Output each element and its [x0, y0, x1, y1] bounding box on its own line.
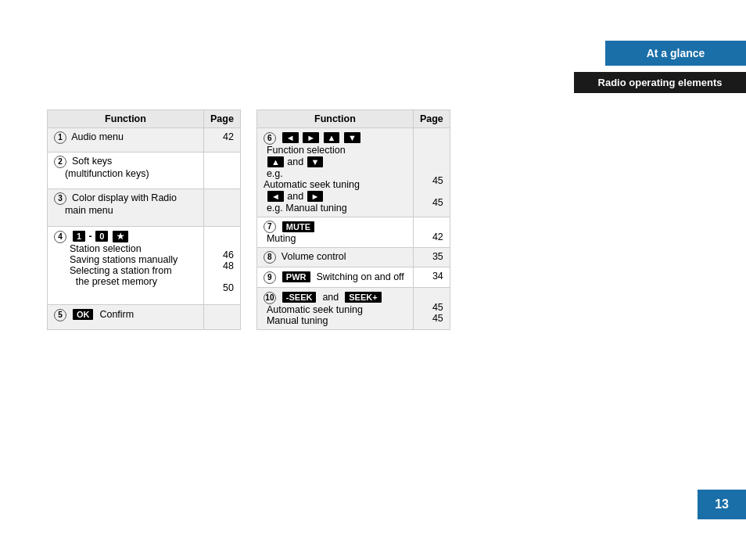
- row3-function: 3 Color display with Radio main menu: [48, 189, 204, 227]
- row9-num: 9: [264, 271, 276, 284]
- badge-down2: ▼: [307, 156, 324, 167]
- left-function-header: Function: [48, 110, 204, 128]
- row7-num: 7: [264, 221, 276, 233]
- row1-function: 1 Audio menu: [48, 128, 204, 153]
- badge-right2: ►: [307, 191, 324, 202]
- row5-function: 5 OK Confirm: [48, 305, 204, 329]
- row5-num: 5: [54, 309, 66, 321]
- row3-num: 3: [54, 192, 66, 205]
- badge-0: 0: [95, 231, 108, 242]
- row9-page: 34: [413, 267, 450, 288]
- row4-page: 464850: [204, 227, 241, 305]
- badge-up2: ▲: [267, 156, 284, 167]
- row2-function: 2 Soft keys (multifunction keys): [48, 152, 204, 189]
- row2-num: 2: [54, 156, 66, 168]
- left-table: Function Page 1 Audio menu 42 2 Soft key…: [47, 109, 241, 330]
- badge-right: ►: [303, 132, 319, 143]
- row4-num: 4: [54, 231, 66, 243]
- radio-operating-elements-label: Radio operating elements: [574, 72, 746, 93]
- row10-num: 10: [264, 292, 276, 304]
- row1-page: 42: [204, 128, 241, 153]
- badge-pwr: PWR: [282, 271, 310, 282]
- table-row: 5 OK Confirm: [48, 305, 241, 329]
- row10-function: 10 -SEEK and SEEK+ Automatic seek tuning…: [256, 288, 413, 330]
- table-row: 2 Soft keys (multifunction keys): [48, 152, 241, 189]
- row8-page: 35: [413, 248, 450, 267]
- table-row: 7 MUTE Muting 42: [256, 217, 450, 248]
- row6-num: 6: [264, 132, 276, 145]
- badge-left: ◄: [282, 132, 299, 143]
- page-number: 13: [698, 490, 746, 519]
- badge-mute: MUTE: [282, 221, 314, 232]
- table-row: 6 ◄ ► ▲ ▼ Function selection ▲ and ▼ e.g…: [256, 128, 450, 217]
- row7-function: 7 MUTE Muting: [256, 217, 413, 248]
- right-table: Function Page 6 ◄ ► ▲ ▼ Function selecti…: [256, 109, 450, 330]
- right-page-header: Page: [413, 110, 450, 128]
- at-a-glance-tab: At a glance: [605, 41, 746, 66]
- row4-function: 4 1 - 0 ★ Station selection Saving stati…: [48, 227, 204, 305]
- table-row: 10 -SEEK and SEEK+ Automatic seek tuning…: [256, 288, 450, 330]
- row7-page: 42: [413, 217, 450, 248]
- badge-down: ▼: [344, 132, 360, 143]
- badge-seek-minus: -SEEK: [282, 292, 317, 303]
- row8-function: 8 Volume control: [256, 248, 413, 267]
- table-row: 9 PWR Switching on and off 34: [256, 267, 450, 288]
- badge-seek-plus: SEEK+: [345, 292, 381, 303]
- table-row: 3 Color display with Radio main menu: [48, 189, 241, 227]
- row2-page: [204, 152, 241, 189]
- row8-num: 8: [264, 251, 276, 264]
- right-function-header: Function: [256, 110, 413, 128]
- left-page-header: Page: [204, 110, 241, 128]
- badge-1: 1: [73, 231, 85, 242]
- row1-num: 1: [54, 131, 66, 144]
- badge-ok: OK: [73, 309, 94, 320]
- row6-page: 4545: [413, 128, 450, 217]
- badge-left2: ◄: [267, 191, 284, 202]
- badge-up: ▲: [324, 132, 340, 143]
- row6-function: 6 ◄ ► ▲ ▼ Function selection ▲ and ▼ e.g…: [256, 128, 413, 217]
- badge-star: ★: [113, 231, 128, 242]
- main-content: Function Page 1 Audio menu 42 2 Soft key…: [47, 109, 450, 330]
- row9-function: 9 PWR Switching on and off: [256, 267, 413, 288]
- row3-page: [204, 189, 241, 227]
- row10-page: 4545: [413, 288, 450, 330]
- table-row: 8 Volume control 35: [256, 248, 450, 267]
- table-row: 1 Audio menu 42: [48, 128, 241, 153]
- row5-page: [204, 305, 241, 329]
- table-row: 4 1 - 0 ★ Station selection Saving stati…: [48, 227, 241, 305]
